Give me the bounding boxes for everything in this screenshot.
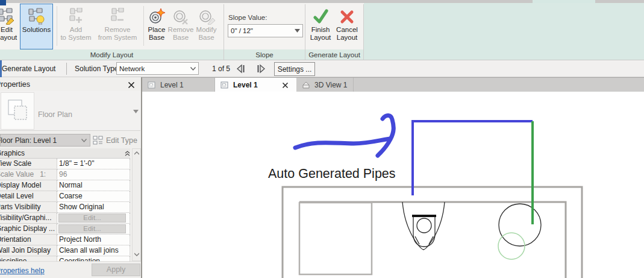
property-value: 96 xyxy=(57,169,130,180)
property-name: Graphic Display ... xyxy=(0,224,55,234)
settings-button[interactable]: Settings ... xyxy=(274,62,315,76)
close-tab-icon[interactable] xyxy=(282,82,289,89)
add-to-system-button[interactable]: Add to System xyxy=(59,4,93,49)
floor-plan-icon xyxy=(220,81,229,89)
property-row[interactable]: Visibility/Graphi... Edit... xyxy=(0,213,130,224)
view-tab-bar: Level 1 Level 1 3D View 1 xyxy=(142,77,644,92)
property-row[interactable]: Display Model Normal xyxy=(0,180,130,191)
property-value[interactable]: Normal xyxy=(57,180,130,191)
active-tab-strip xyxy=(533,0,595,3)
chevron-down-icon xyxy=(81,139,87,142)
cancel-layout-label-1: Cancel xyxy=(336,26,358,33)
annotation-text: Auto Generated Pipes xyxy=(268,166,396,181)
mode-label: Generate Layout xyxy=(2,65,55,73)
finish-layout-label-1: Finish xyxy=(311,26,330,33)
place-base-button[interactable]: Place Base xyxy=(145,4,168,49)
edit-layout-label-1: Edit xyxy=(1,26,13,33)
remove-base-icon xyxy=(172,4,189,25)
property-value[interactable]: Clean all wall joins xyxy=(57,245,130,256)
type-preview xyxy=(1,92,34,130)
finish-layout-label-2: Layout xyxy=(310,34,331,41)
property-name: Detail Level xyxy=(0,191,34,201)
cancel-layout-button[interactable]: Cancel Layout xyxy=(334,4,360,49)
drawing-canvas[interactable]: Auto Generated Pipes xyxy=(142,92,644,278)
slope-value-dropdown[interactable]: 0" / 12" xyxy=(228,24,303,37)
solutions-icon xyxy=(28,4,45,25)
panel-divider xyxy=(363,4,364,60)
add-to-system-label-2: to System xyxy=(60,34,91,41)
ribbon: Edit Layout Solutions xyxy=(0,3,644,60)
remove-base-button[interactable]: Remove Base xyxy=(169,4,193,49)
property-row[interactable]: Detail Level Coarse xyxy=(0,191,130,202)
solutions-label: Solutions xyxy=(22,26,51,34)
property-value[interactable]: Coordination xyxy=(57,256,130,261)
modify-base-label-1: Modify xyxy=(196,26,217,33)
collapse-section-icon[interactable] xyxy=(125,151,130,156)
revit-window: Edit Layout Solutions xyxy=(0,0,644,278)
edit-layout-button[interactable]: Edit Layout xyxy=(0,4,20,49)
generate-layout-panel-label: Generate Layout xyxy=(305,49,363,60)
finish-layout-button[interactable]: Finish Layout xyxy=(308,4,333,49)
options-bar: Generate Layout Solution Type Network 1 … xyxy=(0,60,644,77)
edit-button[interactable]: Edit... xyxy=(58,224,126,233)
previous-solution-button[interactable] xyxy=(234,63,249,77)
property-name: Display Model xyxy=(0,180,41,191)
blue-pipe[interactable] xyxy=(413,121,533,195)
chevron-down-icon xyxy=(295,29,300,33)
graphics-section-header[interactable]: Graphics xyxy=(0,148,130,159)
place-base-label-2: Base xyxy=(149,34,164,41)
tab-level-1[interactable]: Level 1 xyxy=(142,78,215,92)
toilet-fixture[interactable] xyxy=(402,202,445,250)
property-row[interactable]: Graphic Display ... Edit... xyxy=(0,224,130,235)
ribbon-separator xyxy=(143,6,144,46)
property-value[interactable]: Coarse xyxy=(57,191,130,202)
plan-view-drawing: Auto Generated Pipes xyxy=(142,92,644,278)
chevron-down-icon xyxy=(133,110,139,113)
add-to-system-label-1: Add xyxy=(70,26,82,33)
place-base-label-1: Place xyxy=(148,26,166,33)
property-row[interactable]: Scale Value 1: 96 xyxy=(0,169,130,180)
tab-label: Level 1 xyxy=(233,81,258,89)
modify-base-button[interactable]: Modify Base xyxy=(193,4,219,49)
graphics-section-label: Graphics xyxy=(0,148,25,158)
tab-level-1-active[interactable]: Level 1 xyxy=(215,78,296,92)
properties-footer: Properties help Apply xyxy=(0,261,141,278)
property-row[interactable]: Parts Visibility Show Original xyxy=(0,202,130,213)
close-properties-icon[interactable] xyxy=(128,80,135,91)
property-value[interactable]: Show Original xyxy=(57,202,130,213)
property-row[interactable]: Orientation Project North xyxy=(0,235,130,245)
app-corner-fragment xyxy=(0,0,6,5)
properties-help-link[interactable]: Properties help xyxy=(0,267,45,275)
edit-type-button[interactable]: Edit Type xyxy=(93,134,140,147)
modify-base-label-2: Base xyxy=(198,34,214,41)
properties-panel: Properties Floor Plan Floor Plan: Level … xyxy=(0,77,141,278)
property-name: Parts Visibility xyxy=(0,202,40,212)
modify-layout-panel-label: Modify Layout xyxy=(0,49,224,60)
remove-from-system-button[interactable]: Remove from System xyxy=(94,4,141,49)
type-selector[interactable]: Floor Plan xyxy=(0,91,140,131)
add-to-system-icon xyxy=(67,4,84,25)
property-row[interactable]: Wall Join Display Clean all wall joins xyxy=(0,245,130,256)
property-row[interactable]: View Scale 1/8" = 1'-0" xyxy=(0,159,130,169)
scroll-down-icon[interactable] xyxy=(134,253,139,256)
properties-scrollbar[interactable] xyxy=(132,148,141,261)
cancel-layout-label-2: Layout xyxy=(337,34,358,41)
check-icon xyxy=(313,4,329,25)
instance-selector[interactable]: Floor Plan: Level 1 xyxy=(0,134,90,147)
property-row[interactable]: Discipline Coordination xyxy=(0,256,130,261)
scroll-up-icon[interactable] xyxy=(134,151,139,155)
apply-button[interactable]: Apply xyxy=(92,264,140,276)
sink-fixture[interactable] xyxy=(499,204,541,246)
edit-button[interactable]: Edit... xyxy=(58,213,126,223)
property-value[interactable]: Project North xyxy=(57,235,130,245)
solution-count: 1 of 5 xyxy=(212,65,230,73)
modify-base-icon xyxy=(198,4,215,25)
solutions-button[interactable]: Solutions xyxy=(20,4,53,49)
next-solution-button[interactable] xyxy=(253,63,269,77)
edit-type-icon xyxy=(93,136,103,145)
tab-3d-view-1[interactable]: 3D View 1 xyxy=(296,78,354,92)
place-base-icon xyxy=(148,4,165,25)
edit-layout-icon xyxy=(0,4,15,25)
property-value[interactable]: 1/8" = 1'-0" xyxy=(57,159,130,169)
solution-type-dropdown[interactable]: Network xyxy=(116,62,199,75)
